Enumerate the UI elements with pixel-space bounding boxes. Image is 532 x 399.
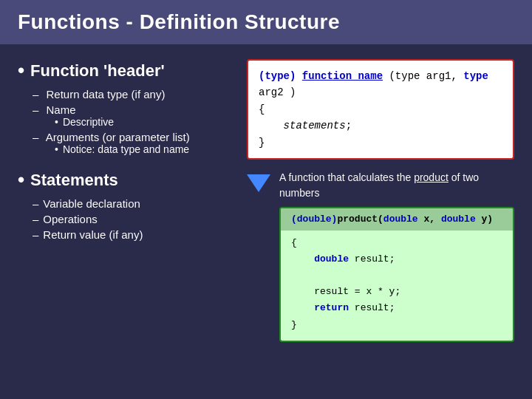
section2-list: Variable declaration Operations Return v…: [18, 197, 232, 241]
code-bottom-line5: return result;: [291, 300, 502, 316]
bottom-section: A function that calculates the product o…: [247, 170, 514, 342]
sub-item-notice: Notice: data type and name: [55, 143, 232, 155]
section2-title: Statements: [18, 168, 232, 191]
kw-type-1: (type): [259, 70, 296, 82]
code-bottom-header: (double)product(double x, double y): [281, 208, 513, 231]
name-sublist: Descriptive: [33, 116, 232, 128]
kw-type-2: type: [463, 70, 488, 82]
arrow-down-wrapper: [247, 170, 270, 192]
sub-item-descriptive: Descriptive: [55, 116, 232, 128]
section1-label: Function 'header': [30, 61, 165, 81]
right-panel: (type) function_name (type arg1, type ar…: [247, 59, 514, 384]
section-function-header: Function 'header' Return data type (if a…: [18, 59, 232, 155]
code-args-top-2: arg2 ): [259, 86, 296, 98]
code-box-top: (type) function_name (type arg1, type ar…: [247, 59, 514, 160]
list-item-name: Name Descriptive: [33, 103, 232, 128]
param-x: x,: [418, 214, 441, 225]
section-statements: Statements Variable declaration Operatio…: [18, 168, 232, 241]
code-line-1: (type) function_name (type arg1, type ar…: [259, 68, 502, 101]
header: Functions - Definition Structure: [0, 0, 532, 44]
section1-title: Function 'header': [18, 59, 232, 82]
page-title: Functions - Definition Structure: [18, 10, 514, 34]
code-bottom-line4: result = x * y;: [291, 284, 502, 300]
list-item-args: Arguments (or parameter list) Notice: da…: [33, 131, 232, 155]
arrow-down-icon: [247, 174, 270, 192]
section1-list: Return data type (if any) Name Descripti…: [18, 88, 232, 155]
left-panel: Function 'header' Return data type (if a…: [18, 59, 232, 384]
return-type-bottom: (double): [291, 214, 337, 225]
param-type-2: double: [441, 214, 476, 225]
page: Functions - Definition Structure Functio…: [0, 0, 532, 399]
code-bottom-line6: }: [291, 317, 502, 333]
section2-label: Statements: [30, 171, 118, 190]
list-item-return: Return data type (if any): [33, 88, 232, 100]
statements-keyword: statements: [284, 120, 346, 132]
param-y: y): [476, 214, 493, 225]
code-box-bottom: (double)product(double x, double y) { do…: [279, 207, 514, 342]
kw-return: return: [314, 302, 349, 313]
fn-name-top: function_name: [302, 70, 383, 82]
code-bottom-line3: [291, 267, 502, 284]
code-args-top: (type arg1,: [389, 70, 463, 82]
list-item-var-decl: Variable declaration: [33, 197, 232, 210]
fn-name-bottom: product: [337, 214, 378, 225]
code-line-2: {: [259, 101, 502, 117]
params-bottom: (: [378, 214, 383, 225]
list-item-operations: Operations: [33, 213, 232, 225]
function-note: A function that calculates the product o…: [279, 170, 514, 201]
code-bottom-line1: {: [291, 235, 502, 251]
code-line-4: }: [259, 134, 502, 151]
top-code-section: (type) function_name (type arg1, type ar…: [247, 59, 514, 160]
note-and-code: A function that calculates the product o…: [279, 170, 514, 342]
kw-double: double: [314, 253, 349, 265]
code-line-3: statements;: [259, 117, 502, 134]
list-item-return-val: Return value (if any): [33, 228, 232, 241]
content-area: Function 'header' Return data type (if a…: [0, 44, 532, 399]
param-type-1: double: [383, 214, 418, 225]
args-sublist: Notice: data type and name: [33, 143, 232, 155]
code-bottom-line2: double result;: [291, 251, 502, 267]
